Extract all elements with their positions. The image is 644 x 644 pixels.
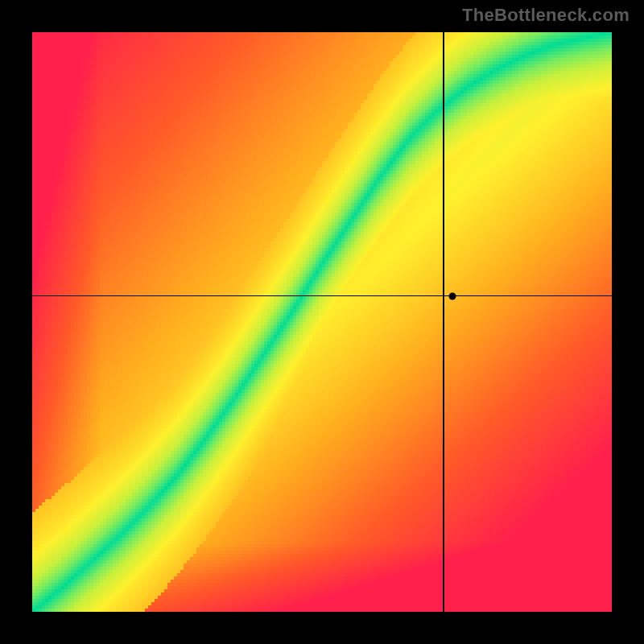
chart-frame: TheBottleneck.com (0, 0, 644, 644)
crosshair-horizontal (32, 295, 612, 297)
watermark-text: TheBottleneck.com (462, 5, 630, 26)
bottleneck-heatmap (32, 32, 612, 612)
selection-marker-dot (449, 292, 456, 299)
crosshair-vertical (443, 32, 444, 612)
